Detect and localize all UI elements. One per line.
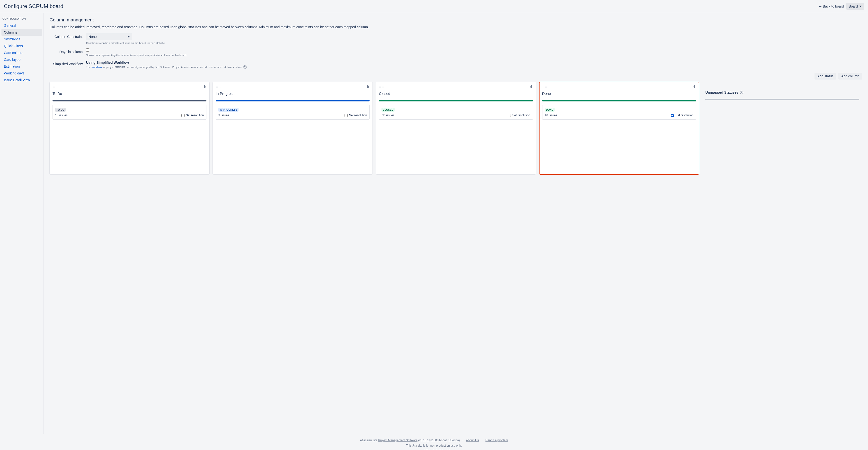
column-constraint-row: Column Constraint None Constraints can b… xyxy=(50,33,862,44)
return-icon: ↩ xyxy=(819,4,822,8)
days-in-column-checkbox[interactable] xyxy=(86,49,89,52)
set-resolution-text: Set resolution xyxy=(349,114,367,117)
back-to-board-link[interactable]: ↩ Back to board xyxy=(819,4,844,8)
footer-line-1: Atlassian Jira Project Management Softwa… xyxy=(2,439,866,442)
status-card[interactable]: IN PROGRESS3 issuesSet resolution xyxy=(216,105,370,120)
status-card[interactable]: DONE10 issuesSet resolution xyxy=(542,105,696,120)
board-button-label: Board xyxy=(849,4,858,8)
workflow-title: Using Simplified Workflow xyxy=(86,61,247,64)
back-to-board-label: Back to board xyxy=(823,4,844,8)
column-title[interactable]: Done xyxy=(542,91,696,96)
workflow-text: for project xyxy=(102,66,115,68)
footer-text: Atlassian Jira xyxy=(360,439,378,442)
workflow-link[interactable]: workflow xyxy=(91,66,102,68)
main: Column management Columns can be added, … xyxy=(44,13,868,434)
about-jira-link[interactable]: About Jira xyxy=(466,439,479,442)
footer-pm-software-link[interactable]: Project Management Software xyxy=(378,439,417,442)
columns-area: ⠿⠿To DoTO DO10 issuesSet resolution⠿⠿In … xyxy=(50,82,862,174)
sidebar-item-working-days[interactable]: Working days xyxy=(1,70,42,77)
workflow-text: The xyxy=(86,66,91,68)
column-color-bar xyxy=(216,100,370,101)
delete-column-icon[interactable] xyxy=(693,85,696,89)
delete-column-icon[interactable] xyxy=(530,85,533,89)
sidebar-item-columns[interactable]: Columns xyxy=(1,29,42,36)
section-description: Columns can be added, removed, reordered… xyxy=(50,25,862,29)
status-lozenge: DONE xyxy=(545,108,555,112)
delete-column-icon[interactable] xyxy=(203,85,207,89)
board-column-to-do: ⠿⠿To DoTO DO10 issuesSet resolution xyxy=(50,82,209,174)
issue-count: No issues xyxy=(381,114,394,117)
section-title: Column management xyxy=(50,17,862,23)
workflow-description: The workflow for project SCRUM is curren… xyxy=(86,65,247,69)
set-resolution-checkbox[interactable] xyxy=(344,114,348,117)
status-card[interactable]: TO DO10 issuesSet resolution xyxy=(53,105,207,120)
sidebar-item-issue-detail-view[interactable]: Issue Detail View xyxy=(1,77,42,84)
footer-version: (v8.13.1#813001-sha1:1f8e8da) xyxy=(417,439,460,442)
column-title[interactable]: In Progress xyxy=(216,91,370,96)
action-bar: Add status Add column xyxy=(50,73,862,80)
set-resolution-label[interactable]: Set resolution xyxy=(181,114,204,117)
footer-text: site is for non-production use only. xyxy=(417,444,462,447)
workflow-text: is currently managed by Jira Software. P… xyxy=(125,66,242,68)
issue-count: 3 issues xyxy=(218,114,229,117)
workflow-row: Simplified Workflow Using Simplified Wor… xyxy=(50,61,862,69)
status-card[interactable]: CLOSEDNo issuesSet resolution xyxy=(379,105,533,120)
sidebar-item-quick-filters[interactable]: Quick Filters xyxy=(1,42,42,49)
board-column-closed: ⠿⠿ClosedCLOSEDNo issuesSet resolution xyxy=(376,82,536,174)
issue-count: 10 issues xyxy=(545,114,557,117)
set-resolution-text: Set resolution xyxy=(186,114,204,117)
column-color-bar xyxy=(53,100,207,101)
issue-count: 10 issues xyxy=(55,114,68,117)
help-icon[interactable]: ? xyxy=(243,65,247,69)
chevron-down-icon xyxy=(859,5,862,7)
help-icon[interactable]: ? xyxy=(740,91,743,94)
add-column-button[interactable]: Add column xyxy=(838,73,862,80)
set-resolution-label[interactable]: Set resolution xyxy=(671,114,693,117)
column-color-bar xyxy=(542,100,696,101)
column-title[interactable]: To Do xyxy=(53,91,207,96)
sidebar-item-swimlanes[interactable]: Swimlanes xyxy=(1,36,42,42)
days-in-column-hint: Shows dots representing the time an issu… xyxy=(86,54,187,57)
drag-handle-icon[interactable]: ⠿⠿ xyxy=(542,86,548,88)
drag-handle-icon[interactable]: ⠿⠿ xyxy=(53,86,58,88)
sidebar-heading: CONFIGURATION xyxy=(0,16,43,22)
separator: · xyxy=(482,439,483,442)
footer-jira-link[interactable]: Jira xyxy=(412,444,417,447)
column-color-bar xyxy=(379,100,533,101)
footer: Atlassian Jira Project Management Softwa… xyxy=(0,434,868,450)
report-problem-link[interactable]: Report a problem xyxy=(485,439,508,442)
column-constraint-label: Column Constraint xyxy=(50,33,86,39)
add-status-button[interactable]: Add status xyxy=(814,73,836,80)
board-dropdown-button[interactable]: Board xyxy=(846,3,864,10)
sidebar: CONFIGURATION GeneralColumnsSwimlanesQui… xyxy=(0,13,44,434)
set-resolution-checkbox[interactable] xyxy=(671,114,674,117)
set-resolution-text: Set resolution xyxy=(676,114,693,117)
delete-column-icon[interactable] xyxy=(366,85,370,89)
unmapped-statuses-column: Unmapped Statuses? xyxy=(703,82,862,174)
footer-text: This xyxy=(406,444,412,447)
set-resolution-checkbox[interactable] xyxy=(181,114,185,117)
column-title[interactable]: Closed xyxy=(379,91,533,96)
column-constraint-value: None xyxy=(89,35,96,39)
sidebar-item-estimation[interactable]: Estimation xyxy=(1,63,42,70)
set-resolution-checkbox[interactable] xyxy=(508,114,511,117)
days-in-column-label: Days in column xyxy=(50,49,86,54)
drag-handle-icon[interactable]: ⠿⠿ xyxy=(379,86,384,88)
topbar: Configure SCRUM board ↩ Back to board Bo… xyxy=(0,0,868,13)
sidebar-item-card-layout[interactable]: Card layout xyxy=(1,56,42,63)
set-resolution-label[interactable]: Set resolution xyxy=(508,114,530,117)
status-lozenge: TO DO xyxy=(55,108,66,112)
workflow-label: Simplified Workflow xyxy=(50,61,86,66)
sidebar-item-card-colours[interactable]: Card colours xyxy=(1,49,42,56)
workflow-project: SCRUM xyxy=(115,66,125,68)
sidebar-item-general[interactable]: General xyxy=(1,22,42,29)
column-color-bar xyxy=(705,99,859,100)
drag-handle-icon[interactable]: ⠿⠿ xyxy=(216,86,221,88)
unmapped-title: Unmapped Statuses? xyxy=(705,90,859,94)
separator: · xyxy=(462,439,463,442)
board-column-done: ⠿⠿DoneDONE10 issuesSet resolution xyxy=(539,82,699,174)
column-constraint-select[interactable]: None xyxy=(86,33,132,40)
set-resolution-label[interactable]: Set resolution xyxy=(344,114,367,117)
topbar-actions: ↩ Back to board Board xyxy=(819,3,864,10)
days-in-column-row: Days in column Shows dots representing t… xyxy=(50,49,862,57)
